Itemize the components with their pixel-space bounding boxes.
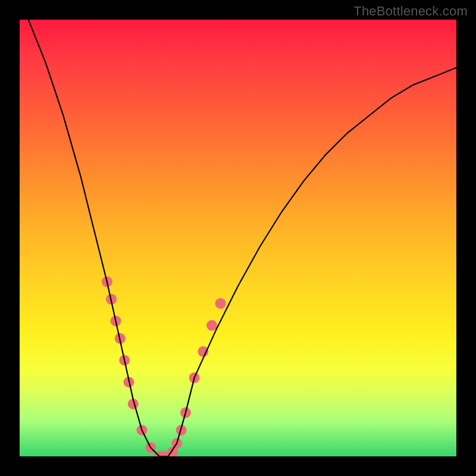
chart-frame: TheBottleneck.com	[0, 0, 476, 476]
watermark-text: TheBottleneck.com	[353, 4, 468, 19]
chart-svg	[20, 20, 456, 456]
data-marker	[215, 298, 226, 309]
data-marker	[206, 320, 217, 331]
plot-area	[20, 20, 456, 456]
bottleneck-curve	[29, 20, 456, 456]
markers-layer	[102, 276, 226, 456]
